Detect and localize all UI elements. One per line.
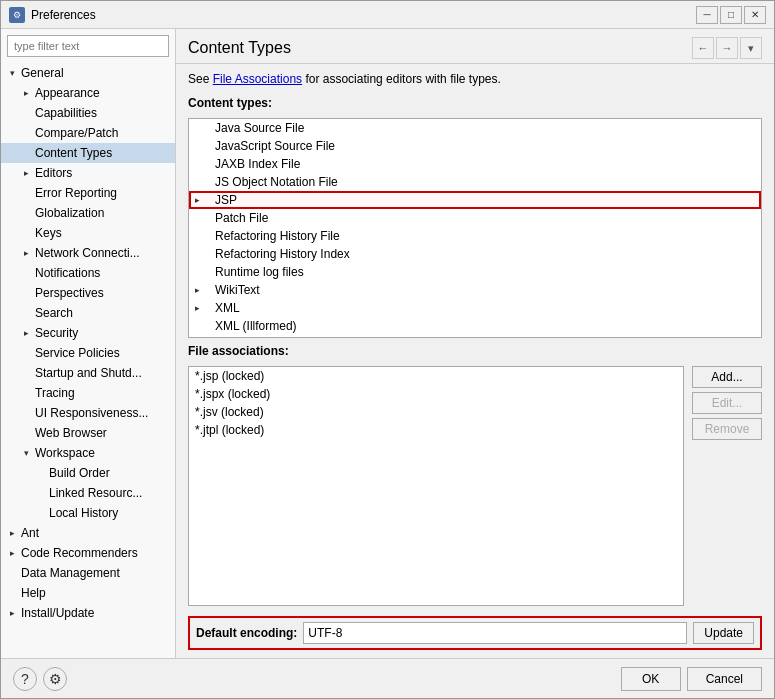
maximize-button[interactable]: □: [720, 6, 742, 24]
list-item-jsv-ext[interactable]: *.jsv (locked): [189, 403, 683, 421]
sidebar-label-build-order: Build Order: [47, 466, 110, 480]
minimize-button[interactable]: ─: [696, 6, 718, 24]
sidebar-item-startup[interactable]: Startup and Shutd...: [1, 363, 175, 383]
forward-button[interactable]: →: [716, 37, 738, 59]
encoding-label: Default encoding:: [196, 626, 297, 640]
expand-arrow-build-order: [33, 466, 47, 480]
item-label: XML (Illformed): [215, 319, 297, 333]
sidebar-item-network-connections[interactable]: Network Connecti...: [1, 243, 175, 263]
expand-icon: ▸: [195, 303, 211, 313]
encoding-input[interactable]: [303, 622, 687, 644]
item-label: JavaScript Source File: [215, 139, 335, 153]
list-item-jsp-ext[interactable]: *.jsp (locked): [189, 367, 683, 385]
sidebar-item-ui-responsiveness[interactable]: UI Responsiveness...: [1, 403, 175, 423]
list-item[interactable]: JAXB Index File: [189, 155, 761, 173]
toolbar-dropdown[interactable]: ▾: [740, 37, 762, 59]
sidebar-item-general[interactable]: General: [1, 63, 175, 83]
help-button[interactable]: ?: [13, 667, 37, 691]
sidebar-item-help[interactable]: Help: [1, 583, 175, 603]
list-item[interactable]: Refactoring History Index: [189, 245, 761, 263]
filter-input[interactable]: [7, 35, 169, 57]
list-item[interactable]: XML (Illformed): [189, 317, 761, 335]
panel-body: See File Associations for associating ed…: [176, 64, 774, 658]
sidebar-item-ant[interactable]: Ant: [1, 523, 175, 543]
sidebar-item-service-policies[interactable]: Service Policies: [1, 343, 175, 363]
expand-arrow-capabilities: [19, 106, 33, 120]
settings-icon-button[interactable]: ⚙: [43, 667, 67, 691]
list-item-jspx-ext[interactable]: *.jspx (locked): [189, 385, 683, 403]
list-item-jsp[interactable]: ▸ JSP: [189, 191, 761, 209]
list-item[interactable]: JavaScript Source File: [189, 137, 761, 155]
list-item[interactable]: Patch File: [189, 209, 761, 227]
file-assoc-list[interactable]: *.jsp (locked) *.jspx (locked) *.jsv (lo…: [188, 366, 684, 606]
file-assoc-area: *.jsp (locked) *.jspx (locked) *.jsv (lo…: [188, 366, 762, 606]
sidebar-item-appearance[interactable]: Appearance: [1, 83, 175, 103]
sidebar-item-keys[interactable]: Keys: [1, 223, 175, 243]
list-item[interactable]: ▸ WikiText: [189, 281, 761, 299]
expand-arrow-editors: [19, 166, 33, 180]
file-associations-link[interactable]: File Associations: [213, 72, 302, 86]
sidebar-item-code-recommenders[interactable]: Code Recommenders: [1, 543, 175, 563]
expand-arrow-install-update: [5, 606, 19, 620]
sidebar-item-error-reporting[interactable]: Error Reporting: [1, 183, 175, 203]
sidebar-item-editors[interactable]: Editors: [1, 163, 175, 183]
expand-arrow-network: [19, 246, 33, 260]
list-item-jtpl-ext[interactable]: *.jtpl (locked): [189, 421, 683, 439]
sidebar-item-notifications[interactable]: Notifications: [1, 263, 175, 283]
sidebar-item-build-order[interactable]: Build Order: [1, 463, 175, 483]
sidebar-label-keys: Keys: [33, 226, 62, 240]
desc-suffix: for associating editors with file types.: [302, 72, 501, 86]
sidebar-item-capabilities[interactable]: Capabilities: [1, 103, 175, 123]
expand-arrow-error-reporting: [19, 186, 33, 200]
list-item[interactable]: Runtime log files: [189, 263, 761, 281]
content-types-list[interactable]: Java Source File JavaScript Source File …: [188, 118, 762, 338]
sidebar-item-compare-patch[interactable]: Compare/Patch: [1, 123, 175, 143]
sidebar-item-workspace[interactable]: Workspace: [1, 443, 175, 463]
sidebar-item-perspectives[interactable]: Perspectives: [1, 283, 175, 303]
update-button[interactable]: Update: [693, 622, 754, 644]
sidebar-item-security[interactable]: Security: [1, 323, 175, 343]
app-icon: ⚙: [9, 7, 25, 23]
list-item[interactable]: Java Source File: [189, 119, 761, 137]
sidebar-item-data-management[interactable]: Data Management: [1, 563, 175, 583]
panel-header: Content Types ← → ▾: [176, 29, 774, 64]
sidebar-item-search[interactable]: Search: [1, 303, 175, 323]
list-item[interactable]: JS Object Notation File: [189, 173, 761, 191]
item-label: *.jspx (locked): [195, 387, 270, 401]
sidebar-label-install-update: Install/Update: [19, 606, 94, 620]
content-types-label: Content types:: [188, 96, 762, 110]
expand-arrow-security: [19, 326, 33, 340]
list-item[interactable]: Refactoring History File: [189, 227, 761, 245]
expand-arrow-content-types: [19, 146, 33, 160]
encoding-row: Default encoding: Update: [188, 616, 762, 650]
sidebar-label-editors: Editors: [33, 166, 72, 180]
expand-arrow-perspectives: [19, 286, 33, 300]
sidebar-item-local-history[interactable]: Local History: [1, 503, 175, 523]
sidebar-item-tracing[interactable]: Tracing: [1, 383, 175, 403]
sidebar-item-globalization[interactable]: Globalization: [1, 203, 175, 223]
item-label: JS Object Notation File: [215, 175, 338, 189]
sidebar-label-network: Network Connecti...: [33, 246, 140, 260]
ok-button[interactable]: OK: [621, 667, 681, 691]
add-button[interactable]: Add...: [692, 366, 762, 388]
expand-arrow-appearance: [19, 86, 33, 100]
sidebar-label-help: Help: [19, 586, 46, 600]
close-button[interactable]: ✕: [744, 6, 766, 24]
remove-button[interactable]: Remove: [692, 418, 762, 440]
expand-arrow-workspace: [19, 446, 33, 460]
tree-container: General Appearance Capabilities: [1, 63, 175, 658]
sidebar-item-linked-resources[interactable]: Linked Resourc...: [1, 483, 175, 503]
sidebar-item-content-types[interactable]: Content Types: [1, 143, 175, 163]
sidebar-item-install-update[interactable]: Install/Update: [1, 603, 175, 623]
edit-button[interactable]: Edit...: [692, 392, 762, 414]
sidebar-item-web-browser[interactable]: Web Browser: [1, 423, 175, 443]
back-button[interactable]: ←: [692, 37, 714, 59]
list-item[interactable]: ▸ XML: [189, 299, 761, 317]
window-title: Preferences: [31, 8, 96, 22]
sidebar-label-service-policies: Service Policies: [33, 346, 120, 360]
title-bar-controls: ─ □ ✕: [696, 6, 766, 24]
cancel-button[interactable]: Cancel: [687, 667, 762, 691]
expand-arrow-data-management: [5, 566, 19, 580]
item-label: *.jsv (locked): [195, 405, 264, 419]
item-label: *.jtpl (locked): [195, 423, 264, 437]
